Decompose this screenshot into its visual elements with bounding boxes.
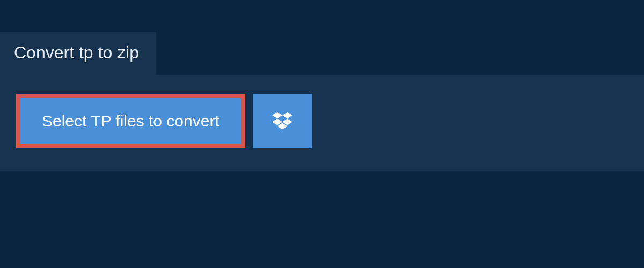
tab-bar: Convert tp to zip [0, 32, 644, 75]
converter-panel: Select TP files to convert [0, 75, 644, 171]
select-files-button[interactable]: Select TP files to convert [16, 94, 245, 148]
select-files-label: Select TP files to convert [42, 112, 219, 130]
button-row: Select TP files to convert [16, 94, 628, 148]
tab-convert[interactable]: Convert tp to zip [0, 32, 156, 75]
dropbox-button[interactable] [253, 94, 312, 148]
svg-marker-1 [282, 112, 292, 118]
dropbox-icon [272, 112, 292, 130]
svg-marker-0 [272, 112, 282, 118]
tab-label: Convert tp to zip [14, 43, 139, 62]
